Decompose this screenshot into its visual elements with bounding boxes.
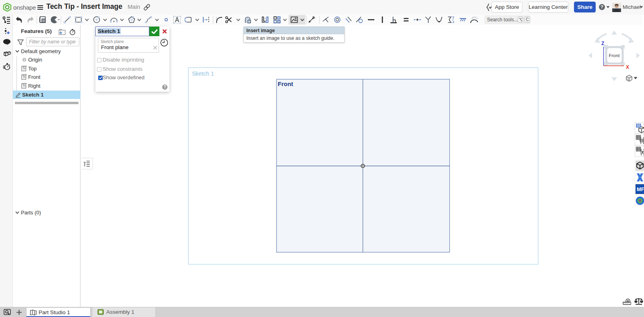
svg-text:Front: Front	[278, 80, 293, 87]
svg-text:Sketch 1: Sketch 1	[192, 70, 214, 77]
svg-text:?: ?	[8, 51, 10, 54]
svg-text:Z: Z	[601, 41, 604, 46]
svg-text:X: X	[626, 64, 629, 70]
svg-text:Front: Front	[609, 53, 620, 58]
